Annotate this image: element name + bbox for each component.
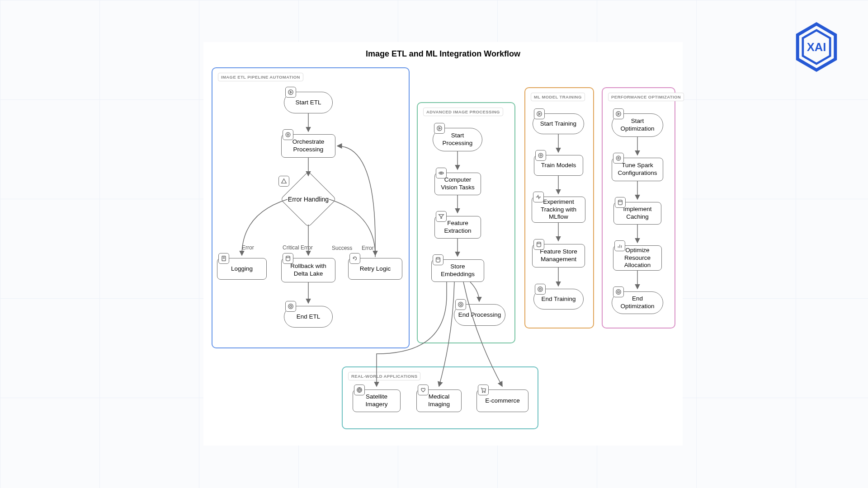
- node-feature-store: Feature Store Management: [532, 244, 585, 267]
- target-icon: [455, 299, 466, 310]
- node-cache: Implement Caching: [613, 202, 661, 225]
- diagram-title: Image ETL and ML Integration Workflow: [203, 49, 683, 59]
- warning-icon: [278, 176, 289, 187]
- node-cv-tasks: Computer Vision Tasks: [434, 173, 481, 195]
- svg-point-20: [539, 288, 541, 290]
- svg-point-24: [618, 200, 623, 202]
- node-medical: Medical Imaging: [416, 389, 462, 412]
- svg-point-17: [540, 155, 542, 156]
- play-icon: [613, 108, 624, 119]
- node-retry: Retry Logic: [348, 258, 402, 280]
- svg-point-3: [287, 134, 289, 136]
- svg-point-32: [485, 392, 486, 393]
- svg-point-16: [538, 153, 543, 158]
- logo-icon: XAI: [790, 21, 843, 73]
- play-icon: [285, 87, 296, 98]
- edge-label-success: Success: [332, 245, 352, 251]
- target-icon: [613, 286, 624, 297]
- node-logging: Logging: [217, 258, 267, 280]
- svg-point-13: [458, 302, 463, 307]
- node-start-etl: Start ETL: [284, 92, 333, 113]
- globe-icon: [354, 385, 365, 395]
- edge-label-critical: Critical Error: [283, 244, 313, 251]
- node-orchestrate: Orchestrate Processing: [281, 134, 335, 158]
- svg-point-21: [616, 112, 621, 117]
- svg-point-2: [286, 132, 290, 137]
- refresh-icon: [349, 253, 360, 264]
- svg-point-18: [537, 242, 541, 244]
- subgraph-processing-label: ADVANCED IMAGE PROCESSING: [423, 108, 503, 116]
- node-tune: Tune Spark Configurations: [612, 158, 663, 181]
- diagram-canvas: Image ETL and ML Integration Workflow IM…: [203, 42, 683, 446]
- chart-icon: [614, 240, 625, 251]
- svg-point-15: [537, 112, 542, 117]
- document-icon: [218, 253, 229, 264]
- node-start-processing: Start Processing: [433, 128, 482, 151]
- gear-icon: [283, 129, 293, 140]
- filter-icon: [436, 211, 447, 222]
- node-end-processing: End Processing: [454, 304, 505, 326]
- edge-label-error: Error: [242, 244, 254, 251]
- node-mlflow: Experiment Tracking with MLflow: [532, 197, 585, 223]
- subgraph-etl-label: IMAGE ETL PIPELINE AUTOMATION: [218, 73, 303, 81]
- svg-point-8: [288, 304, 293, 309]
- node-start-training: Start Training: [533, 113, 584, 134]
- play-icon: [434, 123, 445, 134]
- activity-icon: [533, 192, 544, 202]
- gear-icon: [613, 153, 624, 164]
- node-end-opt: End Optimization: [612, 291, 663, 314]
- svg-text:XAI: XAI: [807, 41, 826, 53]
- node-end-training: End Training: [533, 289, 584, 310]
- node-train-models: Train Models: [534, 155, 583, 176]
- node-store-embeddings: Store Embeddings: [431, 259, 484, 282]
- edge-label-error2: Error: [362, 245, 374, 251]
- svg-point-14: [460, 304, 462, 305]
- svg-point-28: [616, 290, 621, 295]
- svg-point-1: [288, 90, 293, 95]
- node-ecommerce: E-commerce: [476, 389, 528, 412]
- heart-icon: [418, 385, 429, 395]
- database-icon: [283, 253, 293, 264]
- database-icon: [615, 197, 626, 208]
- gear-icon: [535, 150, 546, 161]
- svg-point-23: [618, 157, 619, 159]
- cart-icon: [478, 385, 489, 395]
- svg-point-10: [437, 126, 442, 131]
- database-icon: [433, 254, 443, 265]
- database-icon: [533, 239, 544, 250]
- subgraph-opt-label: PERFORMANCE OPTIMIZATION: [608, 93, 684, 101]
- target-icon: [535, 284, 546, 295]
- node-end-etl: End ETL: [284, 306, 333, 328]
- node-error-handling: Error Handling: [281, 172, 335, 226]
- node-start-opt: Start Optimization: [612, 113, 663, 137]
- eye-icon: [436, 168, 447, 178]
- subgraph-training-label: ML MODEL TRAINING: [531, 93, 585, 101]
- svg-point-31: [482, 392, 483, 393]
- svg-point-22: [616, 156, 621, 160]
- svg-point-29: [618, 291, 619, 293]
- node-satellite: Satellite Imagery: [353, 389, 401, 412]
- play-icon: [534, 108, 545, 119]
- svg-point-7: [286, 256, 290, 258]
- svg-point-19: [538, 287, 543, 292]
- target-icon: [285, 301, 296, 312]
- subgraph-apps-label: REAL-WORLD APPLICATIONS: [348, 372, 420, 380]
- svg-point-9: [290, 305, 292, 307]
- node-feature-extraction: Feature Extraction: [434, 216, 481, 239]
- svg-point-12: [436, 258, 440, 259]
- svg-point-11: [440, 172, 442, 174]
- node-rollback: Rollback with Delta Lake: [281, 258, 335, 282]
- node-resource: Optimize Resource Allocation: [613, 245, 662, 271]
